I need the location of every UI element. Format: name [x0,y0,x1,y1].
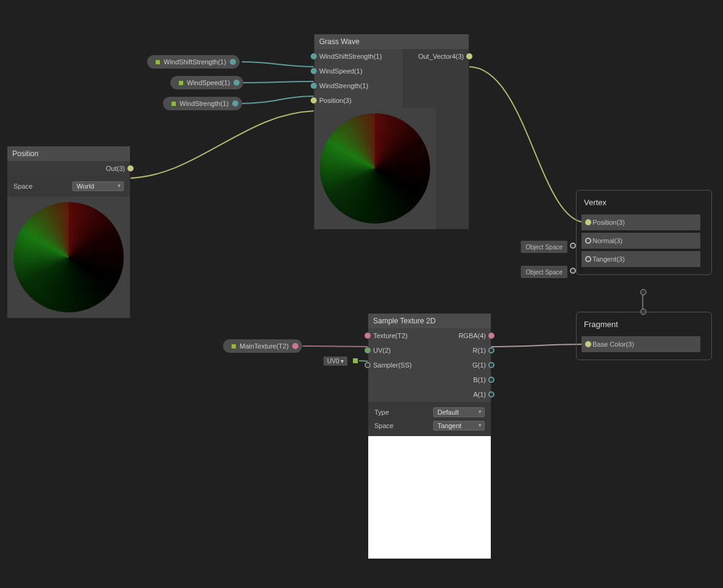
uv-inline-dropdown[interactable]: UV0 ▾ [324,356,347,366]
preview [368,436,491,559]
input-port[interactable] [365,333,371,339]
space-dropdown[interactable]: World [72,181,124,191]
type-swatch [156,60,160,64]
output-port[interactable] [488,391,494,398]
output-port[interactable] [233,80,240,86]
param-pill-windstrength[interactable]: WindStrength(1) [163,97,242,110]
preview [314,108,436,229]
pill-label: MainTexture(T2) [240,342,289,350]
type-swatch [232,344,236,349]
param-pill-windspeed[interactable]: WindSpeed(1) [170,76,243,89]
output-port[interactable] [488,362,494,368]
output-port[interactable] [488,333,494,339]
pill-label: WindStrength(1) [180,100,229,107]
param-pill-windshift[interactable]: WindShiftStrength(1) [147,55,240,69]
master-title: Vertex [581,197,706,212]
output-port[interactable] [127,165,134,172]
pill-label: WindShiftStrength(1) [164,58,226,66]
output-row: Out(3) [7,161,130,176]
node-title[interactable]: Grass Wave [314,34,469,49]
output-port[interactable] [488,347,494,353]
node-title[interactable]: Position [7,146,130,161]
space-dropdown[interactable]: Tangent [433,421,485,431]
type-swatch [179,81,183,85]
input-port[interactable] [311,83,317,89]
object-space-tag: Object Space [521,266,567,278]
output-port[interactable] [466,53,472,59]
port-label: Out(3) [106,165,125,172]
vertex-normal-port[interactable]: Normal(3) [581,233,700,249]
output-port[interactable] [488,377,494,383]
pill-label: WindSpeed(1) [187,79,230,86]
node-title[interactable]: Sample Texture 2D [368,314,491,328]
input-port[interactable] [311,68,317,74]
prop-label: Type [374,409,389,416]
master-vertex[interactable]: Vertex Position(3) Normal(3) Tangent(3) [576,190,712,275]
node-position[interactable]: Position Out(3) Space World [7,146,131,318]
prop-label: Space [374,422,393,429]
output-port[interactable] [230,59,236,65]
param-pill-maintexture[interactable]: MainTexture(T2) [223,339,302,353]
type-swatch [172,102,176,106]
object-space-tag: Object Space [521,241,567,253]
output-port[interactable] [292,343,298,349]
input-port[interactable] [311,97,317,104]
input-port[interactable] [365,362,371,368]
master-fragment[interactable]: Fragment Base Color(3) [576,312,712,360]
type-dropdown[interactable]: Default [433,407,485,417]
master-title: Fragment [581,318,706,334]
output-port[interactable] [232,100,238,107]
prop-label: Space [13,183,32,190]
input-port[interactable] [365,347,371,353]
uv-swatch [353,358,358,363]
node-grass-wave[interactable]: Grass Wave WindShiftStrength(1) WindSpee… [314,34,469,230]
fragment-basecolor-port[interactable]: Base Color(3) [581,336,700,352]
node-sample-texture-2d[interactable]: Sample Texture 2D Texture(T2) RGBA(4) UV… [368,313,491,559]
input-port[interactable] [311,53,317,59]
vertex-tangent-port[interactable]: Tangent(3) [581,251,700,267]
preview [7,197,130,318]
vertex-position-port[interactable]: Position(3) [581,214,700,230]
